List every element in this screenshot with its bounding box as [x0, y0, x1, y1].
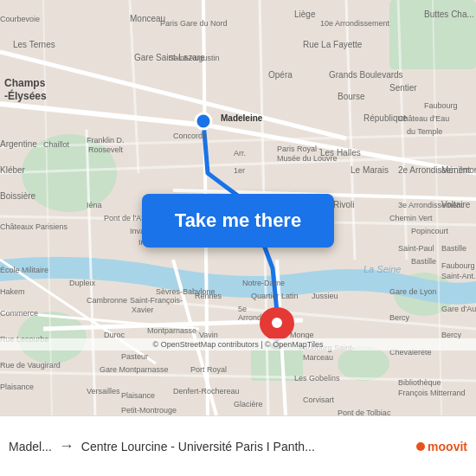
svg-text:Gare de Lyon: Gare de Lyon [389, 287, 436, 296]
svg-text:Saint-Ant...: Saint-Ant... [441, 272, 476, 280]
svg-text:Voltaire: Voltaire [441, 200, 471, 209]
moovit-logo: moovit [416, 440, 467, 453]
svg-text:du Temple: du Temple [407, 127, 442, 136]
svg-text:Saint-Paul: Saint-Paul [398, 244, 434, 253]
svg-text:Paris Gare du Nord: Paris Gare du Nord [160, 19, 228, 28]
svg-point-103 [199, 117, 208, 125]
svg-text:François Mitterrand: François Mitterrand [398, 389, 466, 397]
svg-text:Bercy: Bercy [389, 313, 410, 322]
svg-text:Ménilmontant: Ménilmontant [441, 165, 476, 175]
svg-text:Hakem: Hakem [0, 287, 25, 296]
bottom-bar: Madel... → Centre Lourcine - Université … [0, 415, 476, 476]
svg-text:Franklin D.: Franklin D. [87, 136, 125, 145]
svg-text:Faubourg: Faubourg [441, 261, 475, 270]
svg-text:Corvisart: Corvisart [303, 396, 335, 404]
svg-text:Bourse: Bourse [338, 92, 365, 101]
app: Champs -Élysées Les Ternes Monceau Liège… [0, 0, 476, 476]
svg-text:Courbevoie: Courbevoie [0, 15, 40, 23]
svg-text:Gare d'Austerlitz: Gare d'Austerlitz [441, 305, 476, 313]
svg-text:5e: 5e [238, 305, 247, 313]
svg-text:Bastille: Bastille [411, 257, 436, 266]
svg-text:Montparnasse: Montparnasse [147, 326, 196, 335]
map-attribution: © OpenStreetMap contributors | © OpenMap… [0, 338, 476, 351]
svg-text:École Militaire: École Militaire [0, 266, 48, 274]
svg-text:Boissière: Boissière [0, 191, 36, 201]
svg-text:Xavier: Xavier [132, 306, 154, 314]
map-container: Champs -Élysées Les Ternes Monceau Liège… [0, 0, 476, 415]
svg-text:Denfert-Rochereau: Denfert-Rochereau [173, 387, 240, 396]
svg-text:Plaisance: Plaisance [121, 391, 155, 400]
moovit-dot-icon [416, 442, 425, 451]
svg-text:Les Ternes: Les Ternes [13, 40, 55, 49]
svg-text:Faubourg: Faubourg [424, 101, 458, 110]
svg-text:Argentine: Argentine [0, 139, 37, 149]
svg-text:Sentier: Sentier [389, 83, 417, 93]
svg-text:Concorde: Concorde [173, 132, 207, 140]
svg-text:Notre-Dame: Notre-Dame [242, 279, 285, 287]
svg-text:Saint-Augustin: Saint-Augustin [169, 54, 220, 62]
svg-text:Glacière: Glacière [234, 400, 263, 408]
svg-text:Quartier Latin: Quartier Latin [251, 292, 299, 300]
svg-text:Popincourt: Popincourt [411, 227, 449, 235]
svg-text:Les Halles: Les Halles [320, 148, 361, 158]
svg-text:Pasteur: Pasteur [121, 352, 148, 361]
svg-text:-Élysées: -Élysées [4, 89, 47, 102]
arrow-icon: → [59, 437, 74, 455]
svg-text:Paris Royal -: Paris Royal - [277, 145, 322, 153]
svg-text:Les Gobelins: Les Gobelins [294, 374, 340, 383]
svg-text:Dupleix: Dupleix [69, 279, 96, 287]
svg-text:Bastille: Bastille [441, 244, 466, 253]
svg-text:Commerce: Commerce [0, 309, 38, 318]
svg-text:Grands Boulevards: Grands Boulevards [329, 70, 403, 80]
origin-label: Madel... [9, 440, 52, 453]
svg-text:Champs: Champs [4, 77, 46, 89]
take-me-there-button[interactable]: Take me there [142, 194, 334, 248]
svg-text:Roosevelt: Roosevelt [88, 145, 124, 154]
svg-text:10e Arrondissement: 10e Arrondissement [320, 19, 390, 28]
svg-text:Marceau: Marceau [303, 353, 333, 362]
svg-text:Opéra: Opéra [268, 70, 293, 80]
svg-text:Plaisance: Plaisance [0, 383, 34, 391]
svg-text:Petit-Montrouge: Petit-Montrouge [121, 406, 177, 415]
svg-text:Iéna: Iéna [87, 201, 102, 209]
svg-text:Buttes Cha...: Buttes Cha... [424, 10, 474, 19]
svg-text:Le Marais: Le Marais [351, 165, 389, 175]
svg-text:Rue La Fayette: Rue La Fayette [303, 40, 363, 49]
svg-text:Cambronne: Cambronne [87, 296, 127, 305]
svg-text:Rennes: Rennes [195, 292, 222, 300]
svg-text:Jussieu: Jussieu [312, 292, 338, 300]
origin-box: Madel... [9, 440, 52, 453]
svg-text:Liège: Liège [294, 10, 316, 19]
svg-text:La Seine: La Seine [363, 264, 401, 274]
svg-text:Versailles: Versailles [87, 387, 120, 396]
svg-point-105 [272, 318, 282, 328]
svg-text:Pont de Tolbiac: Pont de Tolbiac [338, 408, 391, 415]
svg-text:Bibliothèque: Bibliothèque [398, 378, 441, 387]
destination-label: Centre Lourcine - Université Paris I Pan… [81, 440, 409, 453]
svg-text:Chaillot: Chaillot [43, 140, 70, 149]
moovit-brand-text: moovit [428, 440, 467, 453]
svg-text:Saint-François-: Saint-François- [130, 296, 183, 305]
svg-text:1er: 1er [234, 166, 245, 175]
svg-text:Kléber: Kléber [0, 165, 26, 175]
svg-text:Rue de Vaugirard: Rue de Vaugirard [0, 361, 61, 370]
svg-text:Châteaux Parisiens: Châteaux Parisiens [0, 222, 68, 231]
svg-text:Gare Montparnasse: Gare Montparnasse [100, 365, 169, 374]
svg-text:Arr.: Arr. [234, 149, 246, 158]
svg-text:Madeleine: Madeleine [221, 113, 263, 123]
svg-text:Château d'Eau: Château d'Eau [398, 114, 449, 123]
svg-text:Port Royal: Port Royal [190, 365, 227, 374]
svg-text:Chemin Vert: Chemin Vert [389, 214, 433, 222]
